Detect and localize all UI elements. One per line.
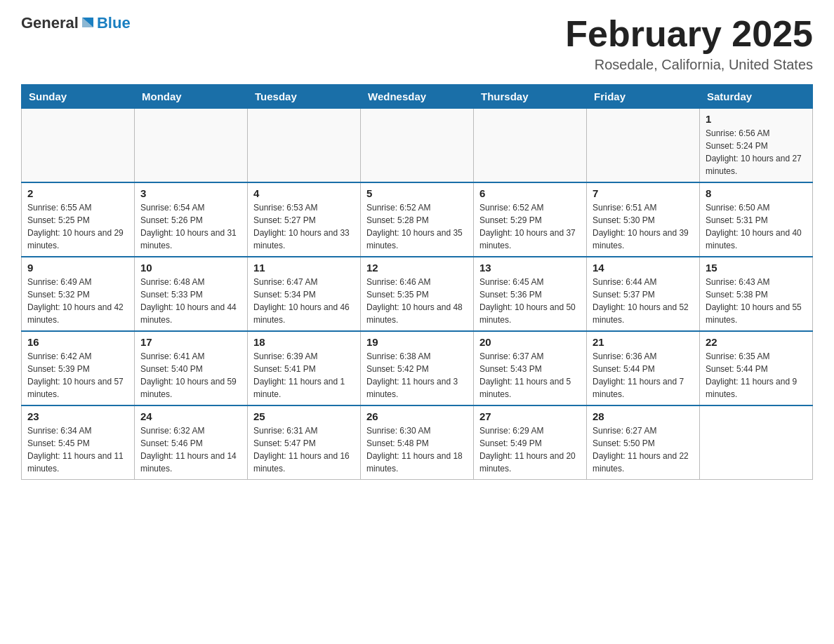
calendar-cell — [474, 109, 587, 183]
day-info: Sunrise: 6:53 AM Sunset: 5:27 PM Dayligh… — [253, 201, 355, 252]
day-number: 21 — [593, 336, 694, 348]
day-info: Sunrise: 6:41 AM Sunset: 5:40 PM Dayligh… — [140, 350, 241, 401]
calendar-header-tuesday: Tuesday — [248, 85, 361, 109]
page-subtitle: Rosedale, California, United States — [565, 57, 813, 73]
calendar-cell: 18Sunrise: 6:39 AM Sunset: 5:41 PM Dayli… — [248, 331, 361, 405]
day-number: 14 — [593, 262, 694, 274]
calendar-cell — [587, 109, 700, 183]
calendar-cell — [361, 109, 474, 183]
logo-general-text: General — [21, 14, 79, 32]
calendar-cell: 11Sunrise: 6:47 AM Sunset: 5:34 PM Dayli… — [248, 257, 361, 331]
page-title: February 2025 — [565, 14, 813, 54]
logo: General Blue — [21, 14, 131, 32]
calendar-cell — [248, 109, 361, 183]
day-info: Sunrise: 6:44 AM Sunset: 5:37 PM Dayligh… — [593, 276, 694, 326]
calendar-cell: 20Sunrise: 6:37 AM Sunset: 5:43 PM Dayli… — [474, 331, 587, 405]
calendar-cell: 7Sunrise: 6:51 AM Sunset: 5:30 PM Daylig… — [587, 182, 700, 257]
day-info: Sunrise: 6:42 AM Sunset: 5:39 PM Dayligh… — [27, 350, 128, 401]
day-info: Sunrise: 6:38 AM Sunset: 5:42 PM Dayligh… — [366, 350, 468, 401]
calendar-cell — [135, 109, 248, 183]
calendar-cell — [700, 405, 813, 480]
day-number: 15 — [706, 262, 807, 274]
day-info: Sunrise: 6:45 AM Sunset: 5:36 PM Dayligh… — [479, 276, 581, 326]
day-number: 4 — [253, 187, 355, 199]
calendar-week-4: 16Sunrise: 6:42 AM Sunset: 5:39 PM Dayli… — [22, 331, 813, 405]
calendar-header-row: SundayMondayTuesdayWednesdayThursdayFrid… — [22, 85, 813, 109]
calendar-cell: 8Sunrise: 6:50 AM Sunset: 5:31 PM Daylig… — [700, 182, 813, 257]
day-info: Sunrise: 6:32 AM Sunset: 5:46 PM Dayligh… — [140, 424, 241, 475]
calendar-cell: 28Sunrise: 6:27 AM Sunset: 5:50 PM Dayli… — [587, 405, 700, 480]
day-number: 11 — [253, 262, 355, 274]
calendar-cell: 10Sunrise: 6:48 AM Sunset: 5:33 PM Dayli… — [135, 257, 248, 331]
day-info: Sunrise: 6:54 AM Sunset: 5:26 PM Dayligh… — [140, 201, 241, 252]
day-number: 28 — [593, 410, 694, 422]
day-info: Sunrise: 6:37 AM Sunset: 5:43 PM Dayligh… — [479, 350, 581, 401]
day-info: Sunrise: 6:34 AM Sunset: 5:45 PM Dayligh… — [27, 424, 128, 475]
day-number: 25 — [253, 410, 355, 422]
day-info: Sunrise: 6:27 AM Sunset: 5:50 PM Dayligh… — [593, 424, 694, 475]
day-number: 8 — [706, 187, 807, 199]
day-info: Sunrise: 6:55 AM Sunset: 5:25 PM Dayligh… — [27, 201, 128, 252]
calendar-cell: 21Sunrise: 6:36 AM Sunset: 5:44 PM Dayli… — [587, 331, 700, 405]
calendar-cell: 2Sunrise: 6:55 AM Sunset: 5:25 PM Daylig… — [22, 182, 135, 257]
calendar-week-5: 23Sunrise: 6:34 AM Sunset: 5:45 PM Dayli… — [22, 405, 813, 480]
calendar-table: SundayMondayTuesdayWednesdayThursdayFrid… — [21, 84, 813, 480]
calendar-cell: 15Sunrise: 6:43 AM Sunset: 5:38 PM Dayli… — [700, 257, 813, 331]
day-number: 18 — [253, 336, 355, 348]
calendar-cell: 23Sunrise: 6:34 AM Sunset: 5:45 PM Dayli… — [22, 405, 135, 480]
calendar-header-monday: Monday — [135, 85, 248, 109]
day-info: Sunrise: 6:39 AM Sunset: 5:41 PM Dayligh… — [253, 350, 355, 401]
day-info: Sunrise: 6:35 AM Sunset: 5:44 PM Dayligh… — [706, 350, 807, 401]
page-header: General Blue February 2025 Rosedale, Cal… — [21, 14, 813, 73]
day-number: 23 — [27, 410, 128, 422]
calendar-header-sunday: Sunday — [22, 85, 135, 109]
day-number: 2 — [27, 187, 128, 199]
day-number: 6 — [479, 187, 581, 199]
day-info: Sunrise: 6:50 AM Sunset: 5:31 PM Dayligh… — [706, 201, 807, 252]
day-info: Sunrise: 6:56 AM Sunset: 5:24 PM Dayligh… — [706, 127, 807, 177]
day-number: 3 — [140, 187, 241, 199]
title-block: February 2025 Rosedale, California, Unit… — [565, 14, 813, 73]
calendar-cell — [22, 109, 135, 183]
calendar-header-friday: Friday — [587, 85, 700, 109]
day-info: Sunrise: 6:48 AM Sunset: 5:33 PM Dayligh… — [140, 276, 241, 326]
day-info: Sunrise: 6:52 AM Sunset: 5:29 PM Dayligh… — [479, 201, 581, 252]
calendar-cell: 14Sunrise: 6:44 AM Sunset: 5:37 PM Dayli… — [587, 257, 700, 331]
calendar-cell: 6Sunrise: 6:52 AM Sunset: 5:29 PM Daylig… — [474, 182, 587, 257]
calendar-cell: 19Sunrise: 6:38 AM Sunset: 5:42 PM Dayli… — [361, 331, 474, 405]
calendar-header-thursday: Thursday — [474, 85, 587, 109]
day-info: Sunrise: 6:43 AM Sunset: 5:38 PM Dayligh… — [706, 276, 807, 326]
day-number: 16 — [27, 336, 128, 348]
day-info: Sunrise: 6:30 AM Sunset: 5:48 PM Dayligh… — [366, 424, 468, 475]
calendar-week-2: 2Sunrise: 6:55 AM Sunset: 5:25 PM Daylig… — [22, 182, 813, 257]
calendar-cell: 5Sunrise: 6:52 AM Sunset: 5:28 PM Daylig… — [361, 182, 474, 257]
day-number: 17 — [140, 336, 241, 348]
day-info: Sunrise: 6:46 AM Sunset: 5:35 PM Dayligh… — [366, 276, 468, 326]
calendar-cell: 17Sunrise: 6:41 AM Sunset: 5:40 PM Dayli… — [135, 331, 248, 405]
day-number: 19 — [366, 336, 468, 348]
day-info: Sunrise: 6:31 AM Sunset: 5:47 PM Dayligh… — [253, 424, 355, 475]
calendar-cell: 12Sunrise: 6:46 AM Sunset: 5:35 PM Dayli… — [361, 257, 474, 331]
day-info: Sunrise: 6:51 AM Sunset: 5:30 PM Dayligh… — [593, 201, 694, 252]
calendar-header-wednesday: Wednesday — [361, 85, 474, 109]
calendar-cell: 25Sunrise: 6:31 AM Sunset: 5:47 PM Dayli… — [248, 405, 361, 480]
calendar-header-saturday: Saturday — [700, 85, 813, 109]
day-info: Sunrise: 6:47 AM Sunset: 5:34 PM Dayligh… — [253, 276, 355, 326]
calendar-cell: 4Sunrise: 6:53 AM Sunset: 5:27 PM Daylig… — [248, 182, 361, 257]
logo-blue-text: Blue — [97, 14, 131, 32]
day-number: 5 — [366, 187, 468, 199]
day-number: 9 — [27, 262, 128, 274]
day-number: 13 — [479, 262, 581, 274]
day-number: 1 — [706, 113, 807, 125]
day-number: 26 — [366, 410, 468, 422]
calendar-cell: 26Sunrise: 6:30 AM Sunset: 5:48 PM Dayli… — [361, 405, 474, 480]
calendar-cell: 24Sunrise: 6:32 AM Sunset: 5:46 PM Dayli… — [135, 405, 248, 480]
day-info: Sunrise: 6:49 AM Sunset: 5:32 PM Dayligh… — [27, 276, 128, 326]
day-number: 27 — [479, 410, 581, 422]
day-number: 24 — [140, 410, 241, 422]
calendar-cell: 27Sunrise: 6:29 AM Sunset: 5:49 PM Dayli… — [474, 405, 587, 480]
day-info: Sunrise: 6:29 AM Sunset: 5:49 PM Dayligh… — [479, 424, 581, 475]
logo-triangle-icon — [79, 15, 96, 32]
calendar-cell: 13Sunrise: 6:45 AM Sunset: 5:36 PM Dayli… — [474, 257, 587, 331]
calendar-week-3: 9Sunrise: 6:49 AM Sunset: 5:32 PM Daylig… — [22, 257, 813, 331]
